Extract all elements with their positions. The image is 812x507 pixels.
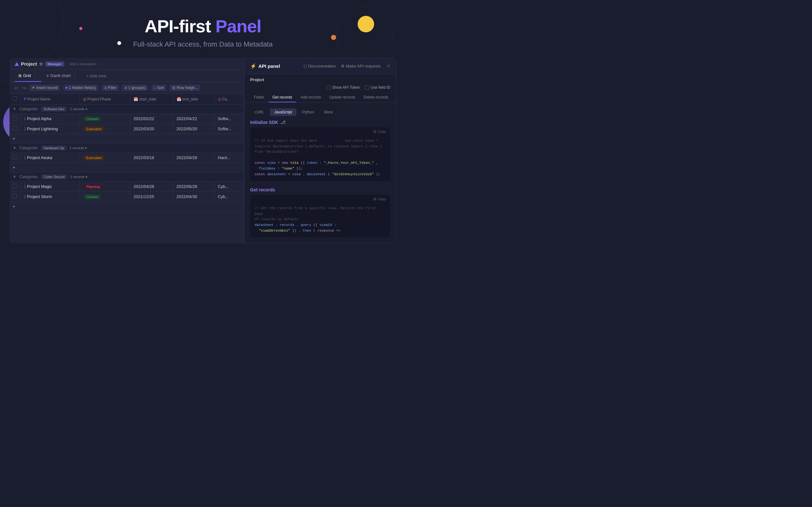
row-project-name[interactable]: Project Asuka: [27, 155, 52, 160]
code-eq1: =: [278, 161, 282, 165]
table-row[interactable]: 1 Project Alpha Closure 2022/02/22 2022/…: [9, 114, 244, 124]
code-colon1: :: [320, 161, 324, 165]
tab-gantt[interactable]: ≡ Gantt chart ⋮: [43, 70, 81, 82]
copy-label-init: Copy: [377, 130, 386, 133]
copy-button-get[interactable]: ⧉ Copy: [371, 196, 388, 202]
group-header-row: ▼ Categories Software Dev 2 records ▾: [9, 105, 244, 114]
grid-tab-dots[interactable]: ⋮: [33, 72, 38, 78]
filter-button[interactable]: ⧖ Filter: [102, 84, 119, 91]
row-project-name-cell: 1 Project Magic: [20, 181, 80, 192]
get-records-code-content: // Get the records from a specific view.…: [250, 203, 390, 237]
group-toggle[interactable]: ▼: [13, 107, 16, 111]
add-row[interactable]: +: [9, 202, 244, 211]
hero-title: API-first Panel: [0, 16, 406, 37]
code-gr-ds: datasheet: [255, 223, 273, 227]
insert-icon: ✦: [32, 86, 35, 90]
group-toggle[interactable]: ▼: [13, 175, 16, 179]
hidden-fields-button[interactable]: 1 hidden field(s): [63, 84, 98, 91]
code-gr-viewid-val: "viwGDbYxnGDv1": [255, 229, 290, 233]
group-icon: ≡: [124, 86, 127, 90]
show-api-token-label[interactable]: Show API Token: [326, 85, 360, 90]
group-button[interactable]: ≡ 1 group(s): [122, 84, 148, 91]
method-tab-delete-records[interactable]: Delete records: [360, 93, 392, 102]
code-line-1: // If es6 import does not work , use con…: [255, 139, 378, 143]
row-checkbox[interactable]: [13, 194, 17, 199]
group-header-row: ▼ Categories Hardware Up 1 records ▾: [9, 144, 244, 153]
row-checkbox[interactable]: [13, 184, 17, 188]
method-tab-fields[interactable]: Fields: [250, 93, 268, 102]
show-api-token-checkbox[interactable]: [326, 86, 331, 90]
documentation-link[interactable]: ◻ Documentation: [303, 64, 336, 68]
api-panel-header: ⚡ API panel ◻ Documentation ⚙ Make API r…: [245, 58, 396, 74]
code-eq2: = vika .: [288, 172, 307, 176]
table-row[interactable]: 2 Project Storm Closure 2021/12/25 2022/…: [9, 192, 244, 202]
table-row[interactable]: 1 Project Asuka Execution 2022/03/18 202…: [9, 153, 244, 163]
main-content: Project ☆ Manager Add a description ⊞ Gr…: [0, 58, 406, 243]
code-gr-2: of records by default: [255, 217, 299, 221]
code-class-vika: Vika: [290, 161, 298, 165]
copy-button-init[interactable]: ⧉ Copy: [371, 129, 388, 134]
group-records-count: 2 records ▾: [70, 175, 88, 179]
code-paren1: ({: [301, 161, 307, 165]
view-tabs: ⊞ Grid ⋮ ≡ Gantt chart ⋮ + Add view: [9, 70, 244, 82]
api-options: Show API Token Use field ID: [245, 83, 396, 92]
code-gr-records: records: [280, 223, 294, 227]
method-tab-update-records[interactable]: Update records: [325, 93, 359, 102]
row-project-name[interactable]: Project Lightning: [27, 126, 58, 131]
col-project-name: P Project Name: [20, 94, 80, 105]
row-end-date: 2022/04/28: [173, 153, 215, 163]
row-checkbox[interactable]: [13, 116, 17, 120]
grid-table: P Project Name ◎ Project Phase 📅 start_d…: [9, 94, 244, 211]
use-field-id-label[interactable]: Use field ID: [365, 85, 390, 90]
col-start-icon: 📅: [134, 97, 138, 101]
select-all-checkbox[interactable]: [13, 96, 17, 101]
insert-record-button[interactable]: ✦ Insert record: [29, 84, 60, 91]
lang-tab-curl[interactable]: cURL: [250, 108, 268, 116]
lang-tab-javascript[interactable]: JavaScript: [270, 108, 297, 116]
row-checkbox[interactable]: [13, 155, 17, 159]
table-row[interactable]: 2 Project Lightning Execution 2022/03/20…: [9, 124, 244, 134]
use-field-id-checkbox[interactable]: [365, 86, 369, 90]
tab-grid[interactable]: ⊞ Grid ⋮: [14, 70, 42, 82]
table-row[interactable]: 1 Project Magic Planning 2022/04/28 2022…: [9, 181, 244, 192]
add-row-button[interactable]: +: [9, 202, 244, 211]
row-project-name[interactable]: Project Alpha: [27, 116, 51, 121]
sort-button[interactable]: ↕ Sort: [151, 84, 166, 91]
gantt-tab-dots[interactable]: ⋮: [72, 72, 78, 78]
method-tab-upload-attachment[interactable]: Upload attachmen...: [393, 93, 396, 102]
row-start-date: 2021/12/25: [130, 192, 173, 202]
hidden-fields-dot: [66, 87, 67, 89]
add-row[interactable]: +: [9, 134, 244, 144]
col-category: ◎ Ca...: [215, 94, 244, 105]
add-row-button[interactable]: +: [9, 163, 244, 172]
group-name-badge: Hardware Up: [41, 146, 66, 151]
make-api-requests-link[interactable]: ⚙ Make API requests: [341, 64, 380, 68]
add-row[interactable]: +: [9, 163, 244, 172]
code-gr-dot1: .: [275, 223, 280, 227]
row-checkbox[interactable]: [13, 126, 17, 130]
close-button[interactable]: ×: [387, 63, 390, 69]
row-height-icon: ⊟: [172, 86, 175, 90]
method-tab-add-records[interactable]: Add records: [297, 93, 325, 102]
row-project-name[interactable]: Project Storm: [27, 194, 52, 199]
code-gr-paren: ({: [313, 223, 320, 227]
row-project-name[interactable]: Project Magic: [27, 184, 52, 189]
add-view-button[interactable]: + Add view: [83, 71, 110, 81]
project-title-area: Project ☆ Manager: [14, 61, 64, 66]
lang-tab-python[interactable]: Python: [298, 108, 318, 116]
lang-tab-more[interactable]: More: [320, 108, 337, 116]
group-toggle[interactable]: ▼: [13, 146, 16, 150]
row-phase-cell: Execution: [80, 124, 130, 134]
grid-tab-icon: ⊞: [18, 73, 21, 78]
code-token-key: token: [307, 161, 317, 165]
method-tab-get-records[interactable]: Get records: [268, 93, 296, 102]
undo-icon[interactable]: ↩: [14, 85, 19, 91]
add-row-button[interactable]: +: [9, 134, 244, 144]
col-checkbox[interactable]: [9, 94, 20, 105]
api-panel-links: ◻ Documentation ⚙ Make API requests: [303, 64, 381, 68]
group-name-badge: Cyber Securit: [41, 174, 67, 179]
redo-icon[interactable]: ↪: [22, 85, 26, 91]
row-height-button[interactable]: ⊟ Row heigh...: [170, 84, 200, 91]
add-description[interactable]: Add a description: [68, 62, 96, 66]
use-field-id-text: Use field ID: [371, 85, 390, 90]
